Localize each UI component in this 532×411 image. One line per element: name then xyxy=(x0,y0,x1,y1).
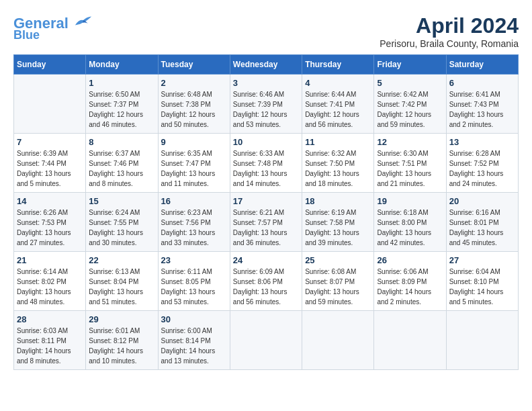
header-friday: Friday xyxy=(374,55,446,75)
day-number: 30 xyxy=(161,314,227,324)
week-row-1: 1Sunrise: 6:50 AMSunset: 7:37 PMDaylight… xyxy=(14,75,519,134)
calendar-cell: 3Sunrise: 6:46 AMSunset: 7:39 PMDaylight… xyxy=(230,75,302,134)
day-number: 8 xyxy=(89,137,154,147)
day-number: 13 xyxy=(449,137,515,147)
day-number: 18 xyxy=(305,196,371,206)
calendar-cell xyxy=(302,311,374,370)
day-number: 10 xyxy=(233,137,299,147)
calendar-cell: 19Sunrise: 6:18 AMSunset: 8:00 PMDayligh… xyxy=(374,193,446,252)
day-number: 19 xyxy=(377,196,443,206)
calendar-cell: 12Sunrise: 6:30 AMSunset: 7:51 PMDayligh… xyxy=(374,134,446,193)
day-info: Sunrise: 6:48 AMSunset: 7:38 PMDaylight:… xyxy=(161,89,227,130)
calendar-cell: 26Sunrise: 6:06 AMSunset: 8:09 PMDayligh… xyxy=(374,252,446,311)
calendar-cell: 17Sunrise: 6:21 AMSunset: 7:57 PMDayligh… xyxy=(230,193,302,252)
day-info: Sunrise: 6:41 AMSunset: 7:43 PMDaylight:… xyxy=(449,89,515,130)
logo: General Blue xyxy=(13,13,93,42)
day-info: Sunrise: 6:08 AMSunset: 8:07 PMDaylight:… xyxy=(305,267,371,307)
day-info: Sunrise: 6:24 AMSunset: 7:55 PMDaylight:… xyxy=(89,208,154,248)
calendar-cell: 4Sunrise: 6:44 AMSunset: 7:41 PMDaylight… xyxy=(302,75,374,134)
day-info: Sunrise: 6:26 AMSunset: 7:53 PMDaylight:… xyxy=(17,208,83,248)
day-number: 20 xyxy=(449,196,515,206)
calendar-header-row: SundayMondayTuesdayWednesdayThursdayFrid… xyxy=(14,55,519,75)
day-info: Sunrise: 6:06 AMSunset: 8:09 PMDaylight:… xyxy=(377,267,443,307)
day-number: 25 xyxy=(305,255,371,265)
day-number: 16 xyxy=(161,196,227,206)
day-info: Sunrise: 6:46 AMSunset: 7:39 PMDaylight:… xyxy=(233,89,299,130)
day-info: Sunrise: 6:35 AMSunset: 7:47 PMDaylight:… xyxy=(161,148,227,189)
day-info: Sunrise: 6:44 AMSunset: 7:41 PMDaylight:… xyxy=(305,89,371,130)
logo-bird-icon xyxy=(74,13,93,28)
header-wednesday: Wednesday xyxy=(230,55,302,75)
day-info: Sunrise: 6:13 AMSunset: 8:04 PMDaylight:… xyxy=(89,267,154,307)
week-row-2: 7Sunrise: 6:39 AMSunset: 7:44 PMDaylight… xyxy=(14,134,519,193)
day-info: Sunrise: 6:04 AMSunset: 8:10 PMDaylight:… xyxy=(449,267,515,307)
calendar-cell: 16Sunrise: 6:23 AMSunset: 7:56 PMDayligh… xyxy=(158,193,230,252)
day-number: 7 xyxy=(17,137,83,147)
day-info: Sunrise: 6:09 AMSunset: 8:06 PMDaylight:… xyxy=(233,267,299,307)
calendar-cell: 28Sunrise: 6:03 AMSunset: 8:11 PMDayligh… xyxy=(14,311,86,370)
header-thursday: Thursday xyxy=(302,55,374,75)
calendar-cell: 8Sunrise: 6:37 AMSunset: 7:46 PMDaylight… xyxy=(86,134,158,193)
calendar-cell: 1Sunrise: 6:50 AMSunset: 7:37 PMDaylight… xyxy=(86,75,158,134)
calendar-cell: 11Sunrise: 6:32 AMSunset: 7:50 PMDayligh… xyxy=(302,134,374,193)
calendar-cell: 13Sunrise: 6:28 AMSunset: 7:52 PMDayligh… xyxy=(446,134,518,193)
calendar-cell: 18Sunrise: 6:19 AMSunset: 7:58 PMDayligh… xyxy=(302,193,374,252)
day-number: 9 xyxy=(161,137,227,147)
calendar-cell: 7Sunrise: 6:39 AMSunset: 7:44 PMDaylight… xyxy=(14,134,86,193)
calendar-cell xyxy=(374,311,446,370)
day-number: 26 xyxy=(377,255,443,265)
day-number: 6 xyxy=(449,78,515,88)
day-info: Sunrise: 6:32 AMSunset: 7:50 PMDaylight:… xyxy=(305,148,371,189)
title-block: April 2024 Perisoru, Braila County, Roma… xyxy=(380,13,519,49)
day-number: 3 xyxy=(233,78,299,88)
day-number: 21 xyxy=(17,255,83,265)
day-number: 12 xyxy=(377,137,443,147)
day-number: 27 xyxy=(449,255,515,265)
day-info: Sunrise: 6:14 AMSunset: 8:02 PMDaylight:… xyxy=(17,267,83,307)
calendar-cell xyxy=(446,311,518,370)
day-number: 2 xyxy=(161,78,227,88)
calendar-cell: 5Sunrise: 6:42 AMSunset: 7:42 PMDaylight… xyxy=(374,75,446,134)
calendar-cell: 14Sunrise: 6:26 AMSunset: 7:53 PMDayligh… xyxy=(14,193,86,252)
calendar-cell: 6Sunrise: 6:41 AMSunset: 7:43 PMDaylight… xyxy=(446,75,518,134)
day-info: Sunrise: 6:50 AMSunset: 7:37 PMDaylight:… xyxy=(89,89,154,130)
day-info: Sunrise: 6:16 AMSunset: 8:01 PMDaylight:… xyxy=(449,208,515,248)
day-info: Sunrise: 6:23 AMSunset: 7:56 PMDaylight:… xyxy=(161,208,227,248)
day-info: Sunrise: 6:00 AMSunset: 8:14 PMDaylight:… xyxy=(161,326,227,366)
day-number: 23 xyxy=(161,255,227,265)
calendar-cell: 22Sunrise: 6:13 AMSunset: 8:04 PMDayligh… xyxy=(86,252,158,311)
day-info: Sunrise: 6:37 AMSunset: 7:46 PMDaylight:… xyxy=(89,148,154,189)
calendar-cell xyxy=(230,311,302,370)
calendar-cell: 24Sunrise: 6:09 AMSunset: 8:06 PMDayligh… xyxy=(230,252,302,311)
calendar-cell xyxy=(14,75,86,134)
calendar-table: SundayMondayTuesdayWednesdayThursdayFrid… xyxy=(13,54,519,370)
header-tuesday: Tuesday xyxy=(158,55,230,75)
day-info: Sunrise: 6:03 AMSunset: 8:11 PMDaylight:… xyxy=(17,326,83,366)
calendar-cell: 2Sunrise: 6:48 AMSunset: 7:38 PMDaylight… xyxy=(158,75,230,134)
day-number: 29 xyxy=(89,314,154,324)
day-number: 5 xyxy=(377,78,443,88)
day-info: Sunrise: 6:01 AMSunset: 8:12 PMDaylight:… xyxy=(89,326,154,366)
day-info: Sunrise: 6:18 AMSunset: 8:00 PMDaylight:… xyxy=(377,208,443,248)
calendar-cell: 9Sunrise: 6:35 AMSunset: 7:47 PMDaylight… xyxy=(158,134,230,193)
calendar-cell: 10Sunrise: 6:33 AMSunset: 7:48 PMDayligh… xyxy=(230,134,302,193)
day-info: Sunrise: 6:28 AMSunset: 7:52 PMDaylight:… xyxy=(449,148,515,189)
header-saturday: Saturday xyxy=(446,55,518,75)
day-info: Sunrise: 6:30 AMSunset: 7:51 PMDaylight:… xyxy=(377,148,443,189)
month-title: April 2024 xyxy=(380,13,519,38)
calendar-cell: 29Sunrise: 6:01 AMSunset: 8:12 PMDayligh… xyxy=(86,311,158,370)
calendar-cell: 23Sunrise: 6:11 AMSunset: 8:05 PMDayligh… xyxy=(158,252,230,311)
day-number: 28 xyxy=(17,314,83,324)
day-info: Sunrise: 6:19 AMSunset: 7:58 PMDaylight:… xyxy=(305,208,371,248)
week-row-3: 14Sunrise: 6:26 AMSunset: 7:53 PMDayligh… xyxy=(14,193,519,252)
day-number: 15 xyxy=(89,196,154,206)
day-number: 1 xyxy=(89,78,154,88)
calendar-cell: 30Sunrise: 6:00 AMSunset: 8:14 PMDayligh… xyxy=(158,311,230,370)
calendar-cell: 27Sunrise: 6:04 AMSunset: 8:10 PMDayligh… xyxy=(446,252,518,311)
day-info: Sunrise: 6:42 AMSunset: 7:42 PMDaylight:… xyxy=(377,89,443,130)
day-number: 17 xyxy=(233,196,299,206)
subtitle: Perisoru, Braila County, Romania xyxy=(380,38,519,49)
day-number: 22 xyxy=(89,255,154,265)
day-info: Sunrise: 6:33 AMSunset: 7:48 PMDaylight:… xyxy=(233,148,299,189)
day-number: 11 xyxy=(305,137,371,147)
